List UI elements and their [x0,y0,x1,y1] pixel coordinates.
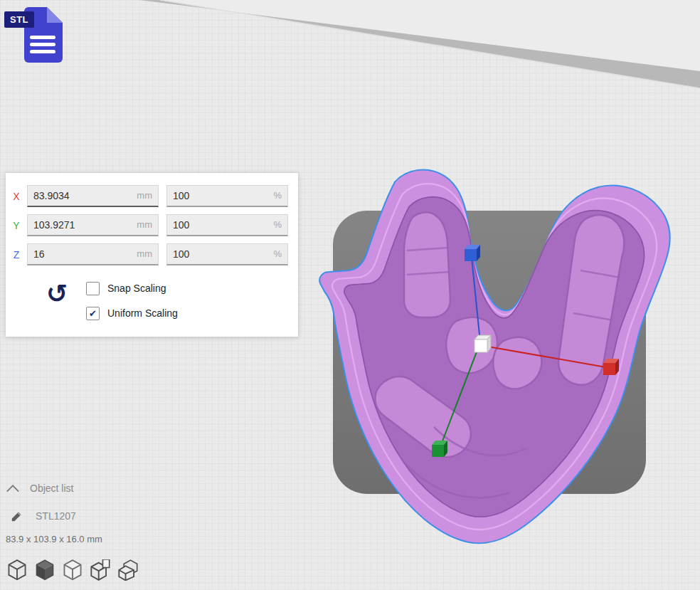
x-unit-label: mm [137,186,152,206]
uniform-scaling-checkbox[interactable]: ✔ [86,307,100,320]
x-value: 83.9034 [33,186,70,206]
uniform-scaling-label: Uniform Scaling [107,307,178,319]
scale-handle-x[interactable] [603,359,619,375]
y-percent-unit-label: % [273,215,282,235]
y-value-field[interactable]: 103.9271 mm [27,214,159,236]
y-unit-label: mm [137,215,152,235]
z-unit-label: mm [137,244,152,264]
x-percent-field[interactable]: 100 % [166,185,288,207]
object-dimensions: 83.9 x 103.9 x 16.0 mm [6,534,102,544]
cube-outline-icon[interactable] [7,559,27,581]
stl-file-icon[interactable]: STL [3,1,71,70]
object-list-row[interactable]: Object list [6,483,73,494]
x-axis-label: X [6,191,27,202]
y-axis-label: Y [6,220,27,231]
z-axis-label: Z [6,249,27,260]
y-value: 103.9271 [33,215,75,235]
cube-light-icon[interactable] [63,559,83,581]
snap-scaling-option: Snap Scaling [86,280,166,297]
pencil-icon [10,508,24,524]
snap-scaling-label: Snap Scaling [107,283,166,294]
x-percent-unit-label: % [273,186,282,206]
scale-handle-z[interactable] [465,245,480,261]
uniform-scaling-option: ✔ Uniform Scaling [86,305,178,322]
z-percent-field[interactable]: 100 % [166,243,288,265]
snap-scaling-checkbox[interactable] [86,282,100,295]
mesh-type-toolbar [7,559,146,581]
cube-stack-icon[interactable] [118,559,138,581]
z-percent-unit-label: % [273,244,282,264]
scale-tool-panel: X 83.9034 mm 100 % Y 103.9271 mm 100 % Z… [6,173,298,337]
z-value: 16 [33,244,45,264]
scale-row-x: X 83.9034 mm 100 % [6,185,288,207]
x-percent: 100 [173,186,189,206]
object-name: STL1207 [36,510,76,522]
scale-handle-y[interactable] [432,441,447,457]
cube-document-icon[interactable] [90,559,110,581]
z-percent: 100 [173,244,189,264]
scale-row-z: Z 16 mm 100 % [6,243,288,265]
cube-solid-icon[interactable] [35,559,55,581]
scale-row-y: Y 103.9271 mm 100 % [6,214,288,236]
z-value-field[interactable]: 16 mm [27,243,159,265]
stl-badge: STL [4,11,34,28]
reset-scale-icon[interactable]: ↺ [41,280,73,311]
object-name-row[interactable]: STL1207 [10,508,76,524]
chevron-up-icon[interactable] [6,483,20,493]
scale-handle-uniform[interactable] [474,335,491,352]
y-percent: 100 [173,215,189,235]
object-list-label: Object list [30,483,73,494]
x-value-field[interactable]: 83.9034 mm [27,185,159,207]
y-percent-field[interactable]: 100 % [166,214,288,236]
